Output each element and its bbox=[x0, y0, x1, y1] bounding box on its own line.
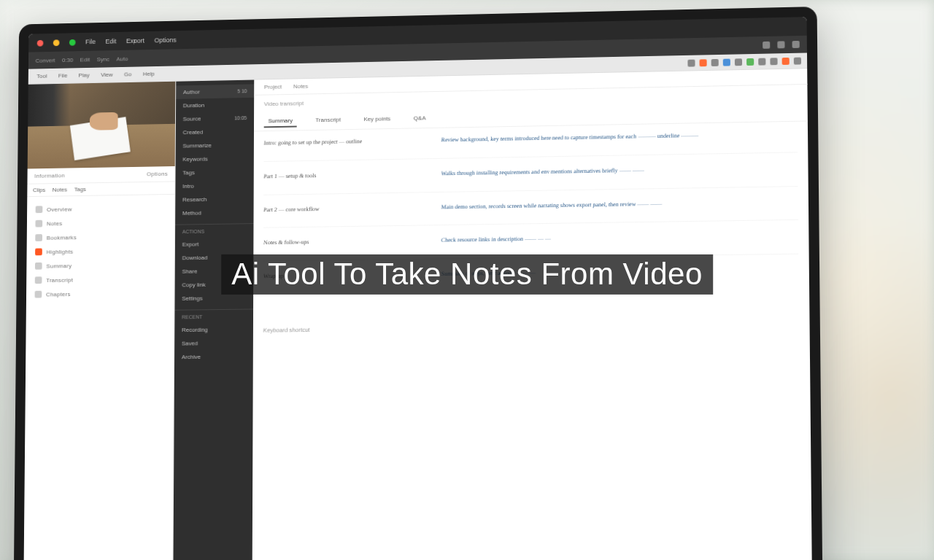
ribbon-right-cluster bbox=[687, 57, 801, 66]
sidebar-label: Created bbox=[183, 129, 204, 136]
ribbon-item[interactable]: Play bbox=[76, 71, 93, 80]
ribbon-icon[interactable] bbox=[711, 58, 719, 66]
sidebar-item[interactable]: Export bbox=[175, 237, 253, 252]
sidebar-label: Method bbox=[182, 210, 201, 217]
left-tab[interactable]: Tags bbox=[74, 186, 86, 192]
sidebar-badge: 5 10 bbox=[237, 88, 247, 93]
sidebar-item[interactable]: Archive bbox=[174, 349, 253, 364]
sidebar-label: Research bbox=[182, 196, 207, 203]
content-split: Information Options Clips Notes Tags Ove… bbox=[23, 69, 812, 560]
thumb-hand bbox=[90, 112, 118, 131]
left-tab[interactable]: Clips bbox=[33, 187, 45, 193]
sidebar-label: Export bbox=[182, 241, 199, 248]
ribbon-icon[interactable] bbox=[770, 58, 777, 65]
note-block: Intro: going to set up the project — out… bbox=[264, 129, 798, 162]
hw-text: Part 2 — core workflow bbox=[263, 204, 320, 215]
note-content: Walks through installing requirements an… bbox=[441, 163, 798, 184]
sidebar-item[interactable]: Source10:05 bbox=[176, 111, 254, 125]
sidebar-item[interactable]: Created bbox=[176, 125, 254, 139]
sidebar-label: Archive bbox=[182, 354, 201, 360]
ribbon-item[interactable]: Go bbox=[121, 69, 134, 79]
menu-file[interactable]: File bbox=[85, 38, 96, 45]
note-heading: Intro: going to set up the project — out… bbox=[264, 136, 433, 154]
ribbon-item[interactable]: File bbox=[55, 71, 70, 80]
sidebar-item[interactable]: Intro bbox=[175, 179, 253, 193]
ribbon-icon[interactable] bbox=[687, 59, 695, 66]
meta-options[interactable]: Options bbox=[147, 171, 168, 177]
item-label: Summary bbox=[46, 262, 72, 269]
crumb[interactable]: Project bbox=[264, 84, 282, 90]
sidebar-section: Actions bbox=[175, 223, 253, 238]
ribbon-item[interactable]: Help bbox=[140, 69, 158, 79]
menu-export[interactable]: Export bbox=[126, 37, 144, 44]
sidebar-item[interactable]: Saved bbox=[174, 336, 253, 351]
tab-summary[interactable]: Summary bbox=[264, 115, 297, 128]
hw-text: Review background, key terms introduced … bbox=[441, 133, 552, 146]
menu-edit[interactable]: Edit bbox=[105, 38, 116, 45]
ribbon-icon[interactable] bbox=[782, 57, 790, 64]
sidebar-item[interactable]: Duration bbox=[176, 98, 254, 112]
tool-edit[interactable]: Edit bbox=[80, 56, 90, 63]
toolbar-icon[interactable] bbox=[777, 41, 784, 48]
ribbon-icon[interactable] bbox=[758, 58, 765, 65]
item-label: Highlights bbox=[47, 248, 74, 254]
hw-text: — — bbox=[537, 234, 551, 244]
hw-text: —— —— bbox=[637, 198, 663, 209]
tab-qa[interactable]: Q&A bbox=[409, 112, 431, 125]
list-item[interactable]: Chapters bbox=[26, 286, 174, 302]
sidebar-label: Settings bbox=[182, 295, 202, 302]
section-title: Actions bbox=[182, 229, 204, 234]
sidebar-item[interactable]: Summarize bbox=[176, 138, 254, 152]
tool-convert[interactable]: Convert bbox=[36, 57, 55, 63]
sidebar-item[interactable]: Tags bbox=[176, 165, 254, 179]
left-panel: Information Options Clips Notes Tags Ove… bbox=[23, 82, 176, 560]
ribbon-icon[interactable] bbox=[746, 58, 754, 65]
ribbon-item[interactable]: View bbox=[98, 70, 115, 79]
list-item[interactable]: Summary bbox=[26, 257, 174, 273]
sidebar-label: Recording bbox=[182, 327, 208, 333]
item-label: Overview bbox=[47, 206, 72, 212]
tool-sync[interactable]: Sync bbox=[97, 55, 109, 62]
notes-footer: Keyboard shortcut bbox=[263, 325, 310, 336]
sidebar-section: Recent bbox=[174, 308, 253, 323]
sidebar-item[interactable]: Recording bbox=[174, 322, 253, 337]
minimize-icon[interactable] bbox=[53, 39, 60, 46]
crumb[interactable]: Notes bbox=[293, 83, 308, 90]
sidebar-label: Summarize bbox=[182, 142, 211, 149]
ribbon-icon[interactable] bbox=[700, 59, 707, 66]
ribbon-icon[interactable] bbox=[735, 58, 742, 66]
sidebar-badge: 10:05 bbox=[234, 115, 247, 120]
section-title: Recent bbox=[182, 314, 202, 319]
close-icon[interactable] bbox=[37, 39, 44, 46]
list-item[interactable]: Transcript bbox=[26, 271, 174, 287]
maximize-icon[interactable] bbox=[69, 39, 76, 45]
flame-icon bbox=[35, 248, 42, 255]
tab-keypoints[interactable]: Key points bbox=[360, 113, 395, 125]
sidebar-item[interactable]: Research bbox=[175, 192, 253, 206]
toolbar-icon[interactable] bbox=[763, 42, 770, 49]
note-content: Check resource links in description —— —… bbox=[441, 230, 799, 252]
hw-text: need to capture timestamps for each bbox=[552, 132, 637, 144]
ribbon-icon[interactable] bbox=[794, 57, 801, 64]
sidebar-item[interactable]: Method bbox=[175, 206, 253, 220]
tab-transcript[interactable]: Transcript bbox=[311, 114, 344, 127]
hw-text: —— bbox=[524, 234, 536, 244]
left-tab[interactable]: Notes bbox=[53, 187, 67, 193]
sidebar-label: Duration bbox=[183, 102, 204, 109]
hw-text: Part 1 — setup & tools bbox=[263, 171, 317, 182]
notes-body[interactable]: Intro: going to set up the project — out… bbox=[253, 121, 810, 343]
tool-auto[interactable]: Auto bbox=[116, 55, 128, 62]
item-label: Notes bbox=[47, 220, 63, 227]
hw-text: — outline bbox=[339, 136, 363, 147]
ribbon-item[interactable]: Tool bbox=[34, 71, 50, 81]
main-notes-area: Project Notes Video transcript Summary T… bbox=[252, 69, 812, 560]
sidebar-item[interactable]: Author5 10 bbox=[176, 84, 254, 99]
meta-label: Information bbox=[34, 172, 65, 179]
sidebar-item[interactable]: Keywords bbox=[176, 152, 254, 166]
ribbon-icon[interactable] bbox=[723, 58, 730, 66]
video-thumbnail[interactable] bbox=[28, 82, 176, 169]
sidebar-label: Tags bbox=[182, 169, 194, 176]
toolbar-icon[interactable] bbox=[792, 41, 800, 48]
hw-text: Walks through installing requirements an… bbox=[441, 167, 549, 179]
menu-options[interactable]: Options bbox=[155, 36, 177, 44]
